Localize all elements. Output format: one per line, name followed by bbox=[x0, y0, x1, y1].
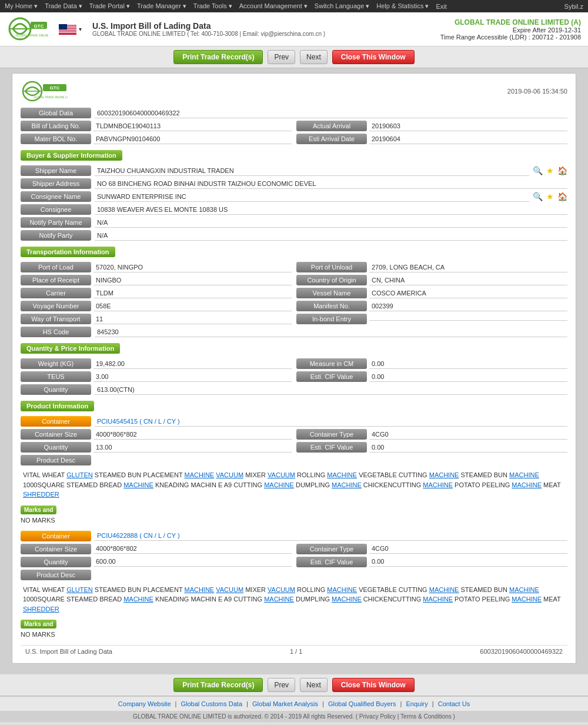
print-button-bottom[interactable]: Print Trade Record(s) bbox=[173, 678, 263, 692]
nav-helpstats[interactable]: Help & Statistics ▾ bbox=[376, 2, 429, 10]
next-button-top[interactable]: Next bbox=[300, 50, 328, 64]
shipper-star-icon[interactable]: ★ bbox=[546, 166, 554, 175]
nav-exit[interactable]: Exit bbox=[436, 3, 446, 10]
desc1-hl13[interactable]: SHREDDER bbox=[23, 491, 59, 498]
notify-party-name-row: Notify Party Name N/A bbox=[21, 217, 567, 228]
desc2-hl13[interactable]: SHREDDER bbox=[23, 606, 59, 613]
nav-myhome[interactable]: My Home ▾ bbox=[5, 2, 38, 10]
consignee-star-icon[interactable]: ★ bbox=[546, 192, 554, 201]
nav-accountmgmt[interactable]: Account Management ▾ bbox=[239, 2, 308, 10]
desc2-hl8[interactable]: MACHINE bbox=[123, 596, 153, 603]
desc2-hl9[interactable]: MACHINE bbox=[264, 596, 294, 603]
mater-value: PABVNGPN90104600 bbox=[93, 134, 292, 144]
prev-button-top[interactable]: Prev bbox=[268, 50, 295, 64]
quantity-value: 613.00(CTN) bbox=[95, 385, 567, 395]
close-button-bottom[interactable]: Close This Window bbox=[332, 678, 415, 692]
page-subtitle: GLOBAL TRADE ONLINE LIMITED ( Tel: 400-7… bbox=[92, 31, 325, 37]
shipper-home-icon[interactable]: 🏠 bbox=[557, 166, 567, 175]
container1-type-label: Container Type bbox=[296, 429, 367, 440]
buyer-supplier-title: Buyer & Supplier Information bbox=[21, 150, 122, 161]
carrier-label: Carrier bbox=[21, 288, 91, 298]
desc1-hl3[interactable]: VACUUM bbox=[216, 471, 243, 478]
nav-tradeportal[interactable]: Trade Portal ▾ bbox=[89, 2, 130, 10]
desc2-hl1[interactable]: GLUTEN bbox=[66, 586, 93, 593]
next-button-bottom[interactable]: Next bbox=[300, 678, 328, 692]
nav-tradedata[interactable]: Trade Data ▾ bbox=[45, 2, 82, 10]
vessel-name-value: COSCO AMERICA bbox=[369, 288, 567, 298]
desc1-hl7[interactable]: MACHINE bbox=[509, 471, 539, 478]
desc1-hl4[interactable]: VACUUM bbox=[268, 471, 295, 478]
desc2-hl5[interactable]: MACHINE bbox=[327, 586, 357, 593]
inbond-label: In-bond Entry bbox=[296, 314, 367, 324]
shipper-address-label: Shipper Address bbox=[21, 178, 91, 189]
mater-pair: Mater BOL No. PABVNGPN90104600 bbox=[21, 134, 292, 144]
container2-qty-value: 600.00 bbox=[93, 557, 292, 567]
footer-link-company[interactable]: Company Website bbox=[118, 700, 171, 707]
desc2-hl10[interactable]: MACHINE bbox=[332, 596, 362, 603]
bol-value: TLDMNBOE19040113 bbox=[93, 121, 292, 131]
desc2-hl12[interactable]: MACHINE bbox=[512, 596, 542, 603]
container2-qty-label: Quantity bbox=[21, 557, 91, 567]
nav-tradetools[interactable]: Trade Tools ▾ bbox=[193, 2, 232, 10]
report-datetime: 2019-09-06 15:34:50 bbox=[507, 88, 567, 95]
desc1-hl6[interactable]: MACHINE bbox=[429, 471, 459, 478]
hs-code-label: HS Code bbox=[21, 327, 91, 337]
desc2-hl3[interactable]: VACUUM bbox=[216, 586, 243, 593]
teus-label: TEUS bbox=[21, 371, 91, 382]
container1-cif-value: 0.00 bbox=[369, 443, 567, 453]
footer-link-contact[interactable]: Contact Us bbox=[438, 700, 470, 707]
container1-desc-text: VITAL WHEAT GLUTEN STEAMED BUN PLACEMENT… bbox=[21, 468, 567, 502]
nav-switchlang[interactable]: Switch Language ▾ bbox=[315, 2, 369, 10]
footer-link-market[interactable]: Global Market Analysis bbox=[252, 700, 318, 707]
footer-link-enquiry[interactable]: Enquiry bbox=[406, 700, 427, 707]
container1-qty-cif: Quantity 13.00 Esti. CIF Value 0.00 bbox=[21, 442, 567, 453]
global-data-row: Global Data 60032019060400000469322 bbox=[21, 108, 567, 118]
nav-trademanager[interactable]: Trade Manager ▾ bbox=[137, 2, 186, 10]
header-title-area: U.S. Import Bill of Lading Data GLOBAL T… bbox=[92, 21, 325, 37]
shipper-search-icon[interactable]: 🔍 bbox=[533, 166, 543, 175]
footer-link-buyers[interactable]: Global Qualified Buyers bbox=[328, 700, 396, 707]
desc1-hl12[interactable]: MACHINE bbox=[512, 481, 542, 488]
notify-party-row: Notify Party N/A bbox=[21, 230, 567, 241]
header-bar: GTC GLOBAL TRADE ONLINE LIMITED ▾ U.S. I… bbox=[0, 12, 588, 46]
container1-marks-value: NO MARKS bbox=[21, 517, 567, 524]
desc1-hl5[interactable]: MACHINE bbox=[327, 471, 357, 478]
desc1-hl2[interactable]: MACHINE bbox=[184, 471, 214, 478]
consignee-search-icon[interactable]: 🔍 bbox=[533, 192, 543, 201]
flag-area[interactable]: ▾ bbox=[59, 24, 82, 35]
teus-value: 3.00 bbox=[93, 372, 292, 382]
container1-value[interactable]: PCIU4545415 ( CN / L / CY ) bbox=[95, 417, 567, 427]
desc1-hl10[interactable]: MACHINE bbox=[332, 481, 362, 488]
way-transport-label: Way of Transport bbox=[21, 314, 91, 324]
quantity-label: Quantity bbox=[21, 384, 91, 395]
expire-label: Expire After 2019-12-31 bbox=[440, 26, 581, 34]
consignee-name-label: Consignee Name bbox=[21, 191, 91, 202]
desc1-hl8[interactable]: MACHINE bbox=[123, 481, 153, 488]
desc1-hl9[interactable]: MACHINE bbox=[264, 481, 294, 488]
desc1-hl11[interactable]: MACHINE bbox=[423, 481, 453, 488]
record-footer-id: 60032019060400000469322 bbox=[480, 648, 563, 655]
desc1-hl1[interactable]: GLUTEN bbox=[66, 471, 93, 478]
desc2-hl11[interactable]: MACHINE bbox=[423, 596, 453, 603]
desc2-hl7[interactable]: MACHINE bbox=[509, 586, 539, 593]
container2-value[interactable]: PCIU4622888 ( CN / L / CY ) bbox=[95, 531, 567, 541]
measure-value: 0.00 bbox=[369, 359, 567, 369]
container2-desc-text: VITAL WHEAT GLUTEN STEAMED BUN PLACEMENT… bbox=[21, 583, 567, 617]
teus-cif-row: TEUS 3.00 Esti. CIF Value 0.00 bbox=[21, 371, 567, 382]
esti-arrival-label: Esti Arrival Date bbox=[296, 134, 367, 144]
bol-label: Bill of Lading No. bbox=[21, 121, 91, 131]
desc2-hl6[interactable]: MACHINE bbox=[429, 586, 459, 593]
prev-button-bottom[interactable]: Prev bbox=[268, 678, 295, 692]
actual-arrival-pair: Actual Arrival 20190603 bbox=[296, 121, 567, 131]
footer-link-customs[interactable]: Global Customs Data bbox=[181, 700, 243, 707]
hs-code-value: 845230 bbox=[95, 327, 567, 337]
shipper-name-value: TAIZHOU CHUANGXIN INDUSTRIAL TRADEN bbox=[95, 166, 529, 176]
close-button-top[interactable]: Close This Window bbox=[332, 50, 415, 64]
desc2-hl2[interactable]: MACHINE bbox=[184, 586, 214, 593]
country-origin-label: Country of Origin bbox=[296, 275, 367, 285]
consignee-home-icon[interactable]: 🏠 bbox=[557, 192, 567, 201]
logo-area: GTC GLOBAL TRADE ONLINE LIMITED ▾ U.S. I… bbox=[7, 16, 325, 42]
desc2-hl4[interactable]: VACUUM bbox=[268, 586, 295, 593]
carrier-value: TLDM bbox=[93, 288, 292, 298]
print-button-top[interactable]: Print Trade Record(s) bbox=[173, 50, 263, 64]
